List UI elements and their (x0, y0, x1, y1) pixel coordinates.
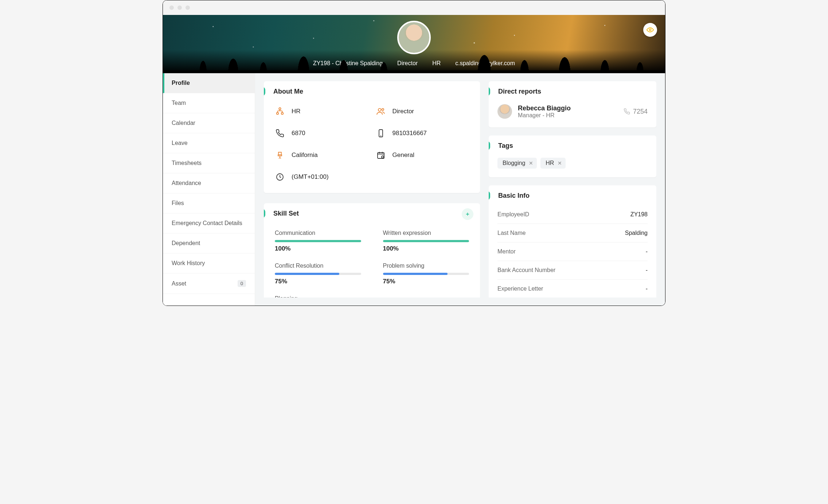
skill-percent: 100% (383, 245, 469, 252)
basic-info-value: - (646, 286, 648, 292)
sidebar-item-label: Attendance (172, 180, 201, 186)
skill-bar-fill (383, 240, 469, 242)
skill-name: Communication (275, 230, 361, 236)
clock-icon (275, 172, 285, 182)
about-me-card: About Me HRDirector68709810316667Califor… (264, 81, 480, 193)
about-item: HR (275, 106, 368, 117)
tags-title: Tags (489, 135, 656, 153)
basic-info-label: Last Name (497, 230, 526, 236)
basic-info-row: Bank Account Number- (497, 261, 648, 280)
profile-header-info: ZY198 - Christine Spalding Director HR c… (313, 60, 515, 73)
about-item-value: (GMT+01:00) (292, 173, 329, 181)
tag-chip[interactable]: HR✕ (540, 158, 566, 169)
basic-info-row: Mentor- (497, 243, 648, 261)
svg-rect-8 (378, 153, 384, 158)
sidebar-item-leave[interactable]: Leave (163, 133, 255, 153)
skill-name: Planning (275, 295, 361, 298)
direct-reports-title: Direct reports (489, 81, 656, 99)
about-item: (GMT+01:00) (275, 172, 368, 182)
chair-icon (275, 150, 285, 160)
skill-grid: Communication100%Written expression100%C… (264, 225, 480, 298)
org-icon (275, 106, 285, 117)
direct-report-role: Manager - HR (518, 112, 571, 119)
profile-title: Director (397, 60, 418, 67)
sidebar-item-label: Asset (172, 280, 186, 287)
skill-bar-fill (383, 273, 448, 275)
svg-point-5 (382, 109, 383, 110)
about-me-grid: HRDirector68709810316667CaliforniaGenera… (264, 99, 480, 193)
direct-reports-card: Direct reports Rebecca Biaggio Manager -… (489, 81, 656, 127)
phone-icon (624, 108, 630, 115)
skill-bar (383, 273, 469, 275)
window-titlebar (163, 0, 665, 15)
app-window: ZY198 - Christine Spalding Director HR c… (163, 0, 665, 306)
about-me-title: About Me (264, 81, 480, 99)
profile-dept: HR (432, 60, 441, 67)
sidebar-item-timesheets[interactable]: Timesheets (163, 153, 255, 173)
sidebar-item-emergency-contact-details[interactable]: Emergency Contact Details (163, 213, 255, 233)
sidebar-item-calendar[interactable]: Calendar (163, 113, 255, 133)
direct-report-name: Rebecca Biaggio (518, 105, 571, 112)
basic-info-value: - (646, 267, 648, 273)
about-item-value: 9810316667 (392, 130, 427, 137)
basic-info-label: Mentor (497, 248, 516, 255)
tags-list: Blogging✕HR✕ (489, 153, 656, 177)
skill-set-title: Skill Set (264, 203, 480, 221)
svg-point-0 (649, 29, 651, 31)
skill-item: Communication100% (275, 230, 361, 252)
svg-point-1 (279, 108, 281, 110)
main-content: About Me HRDirector68709810316667Califor… (255, 73, 665, 306)
tag-label: HR (546, 160, 554, 166)
sidebar-item-attendance[interactable]: Attendance (163, 173, 255, 193)
window-min-dot[interactable] (177, 5, 182, 10)
basic-info-card: Basic Info EmployeeIDZY198Last NameSpald… (489, 185, 656, 298)
about-item: 9810316667 (376, 128, 469, 138)
eye-icon (647, 26, 654, 34)
skill-bar-fill (275, 240, 361, 242)
sidebar-item-dependent[interactable]: Dependent (163, 233, 255, 253)
svg-point-4 (378, 109, 381, 111)
calendar-icon (376, 150, 386, 160)
skill-bar (383, 240, 469, 242)
profile-cover: ZY198 - Christine Spalding Director HR c… (163, 15, 665, 73)
add-skill-button[interactable] (462, 208, 473, 220)
sidebar-item-label: Files (172, 200, 184, 206)
tag-chip[interactable]: Blogging✕ (497, 158, 537, 169)
phone-icon (275, 128, 285, 138)
skill-item: Written expression100% (383, 230, 469, 252)
svg-point-2 (277, 113, 278, 114)
about-item: General (376, 150, 469, 160)
sidebar-item-label: Calendar (172, 120, 195, 126)
direct-report-phone[interactable]: 7254 (624, 108, 648, 115)
basic-info-title: Basic Info (489, 185, 656, 203)
visibility-toggle-button[interactable] (643, 23, 657, 37)
basic-info-row: Last NameSpalding (497, 224, 648, 243)
skill-name: Conflict Resolution (275, 263, 361, 269)
skill-name: Problem solving (383, 263, 469, 269)
about-item: 6870 (275, 128, 368, 138)
about-item-value: 6870 (292, 130, 305, 137)
skill-item: Problem solving75% (383, 263, 469, 285)
sidebar-item-work-history[interactable]: Work History (163, 253, 255, 273)
window-max-dot[interactable] (185, 5, 190, 10)
direct-report-row[interactable]: Rebecca Biaggio Manager - HR 7254 (489, 99, 656, 127)
window-close-dot[interactable] (169, 5, 174, 10)
sidebar-item-label: Emergency Contact Details (172, 220, 242, 227)
skill-item: Planning (275, 295, 361, 298)
people-icon (376, 106, 386, 117)
sidebar-item-files[interactable]: Files (163, 193, 255, 213)
profile-avatar[interactable] (397, 21, 431, 54)
sidebar-item-team[interactable]: Team (163, 93, 255, 113)
skill-item: Conflict Resolution75% (275, 263, 361, 285)
tag-remove-icon[interactable]: ✕ (529, 160, 533, 166)
direct-report-avatar (497, 104, 512, 119)
sidebar-item-badge: 0 (238, 280, 246, 287)
skill-set-card: Skill Set Communication100%Written expre… (264, 203, 480, 298)
sidebar-item-asset[interactable]: Asset0 (163, 273, 255, 294)
sidebar-item-profile[interactable]: Profile (163, 73, 255, 93)
sidebar-item-label: Profile (172, 80, 190, 86)
tag-remove-icon[interactable]: ✕ (558, 160, 562, 166)
about-item-value: Director (392, 108, 414, 115)
sidebar-item-label: Leave (172, 140, 188, 146)
basic-info-label: Bank Account Number (497, 267, 555, 273)
